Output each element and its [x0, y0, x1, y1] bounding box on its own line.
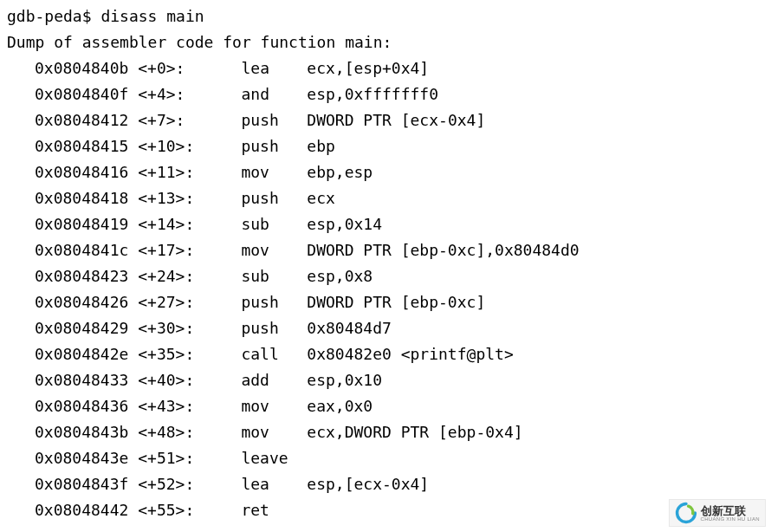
- asm-line: 0x0804843e <+51>: leave: [7, 445, 764, 471]
- asm-operands: ebp,esp: [307, 163, 373, 181]
- asm-line: 0x08048418 <+13>: push ecx: [7, 185, 764, 211]
- asm-operands: eax,0x0: [307, 397, 373, 415]
- asm-operands: esp,0x8: [307, 267, 373, 285]
- asm-operands: 0x80482e0 <printf@plt>: [307, 345, 513, 363]
- asm-line: 0x08048442 <+55>: ret: [7, 497, 764, 523]
- asm-offset: <+55>: [138, 501, 185, 519]
- asm-address: 0x08048429: [35, 319, 128, 337]
- asm-colon: :: [176, 59, 185, 77]
- asm-address: 0x08048442: [35, 501, 128, 519]
- asm-line: 0x0804840f <+4>: and esp,0xfffffff0: [7, 81, 764, 107]
- asm-mnemonic: mov: [241, 163, 269, 181]
- dump-header: Dump of assembler code for function main…: [7, 29, 764, 55]
- asm-line: 0x08048429 <+30>: push 0x80484d7: [7, 315, 764, 341]
- asm-address: 0x0804843b: [35, 423, 128, 441]
- asm-address: 0x08048436: [35, 397, 128, 415]
- asm-address: 0x0804842e: [35, 345, 128, 363]
- asm-address: 0x08048433: [35, 371, 128, 389]
- asm-line: 0x0804840b <+0>: lea ecx,[esp+0x4]: [7, 55, 764, 81]
- asm-address: 0x08048412: [35, 111, 128, 129]
- watermark-logo-icon: [675, 502, 697, 524]
- watermark-cn: 创新互联: [701, 505, 760, 516]
- asm-address: 0x08048415: [35, 137, 128, 155]
- command-text: disass main: [100, 7, 204, 25]
- disassembly-listing: 0x0804840b <+0>: lea ecx,[esp+0x4]0x0804…: [7, 55, 764, 523]
- asm-operands: ecx,[esp+0x4]: [307, 59, 429, 77]
- watermark-en: CHUANG XIN HU LIAN: [701, 516, 760, 522]
- asm-mnemonic: mov: [241, 423, 269, 441]
- asm-colon: :: [185, 501, 194, 519]
- asm-offset: <+48>: [138, 423, 185, 441]
- asm-colon: :: [185, 449, 194, 467]
- asm-offset: <+13>: [138, 189, 185, 207]
- asm-colon: :: [185, 267, 194, 285]
- asm-colon: :: [185, 163, 194, 181]
- asm-colon: :: [185, 345, 194, 363]
- asm-offset: <+43>: [138, 397, 185, 415]
- asm-line: 0x08048412 <+7>: push DWORD PTR [ecx-0x4…: [7, 107, 764, 133]
- asm-address: 0x0804841c: [35, 241, 128, 259]
- asm-line: 0x0804842e <+35>: call 0x80482e0 <printf…: [7, 341, 764, 367]
- asm-mnemonic: push: [241, 137, 278, 155]
- asm-mnemonic: mov: [241, 241, 269, 259]
- asm-colon: :: [185, 371, 194, 389]
- asm-mnemonic: call: [241, 345, 278, 363]
- asm-offset: <+10>: [138, 137, 185, 155]
- asm-mnemonic: mov: [241, 397, 269, 415]
- asm-mnemonic: leave: [241, 449, 288, 467]
- asm-offset: <+30>: [138, 319, 185, 337]
- asm-mnemonic: push: [241, 111, 278, 129]
- asm-colon: :: [185, 423, 194, 441]
- asm-line: 0x08048415 <+10>: push ebp: [7, 133, 764, 159]
- asm-line: 0x08048416 <+11>: mov ebp,esp: [7, 159, 764, 185]
- asm-colon: :: [185, 215, 194, 233]
- asm-address: 0x0804840f: [35, 85, 128, 103]
- asm-offset: <+52>: [138, 475, 185, 493]
- asm-colon: :: [185, 241, 194, 259]
- asm-operands: ebp: [307, 137, 335, 155]
- asm-colon: :: [176, 85, 185, 103]
- asm-line: 0x08048436 <+43>: mov eax,0x0: [7, 393, 764, 419]
- asm-address: 0x08048419: [35, 215, 128, 233]
- asm-line: 0x08048433 <+40>: add esp,0x10: [7, 367, 764, 393]
- asm-line: 0x0804841c <+17>: mov DWORD PTR [ebp-0xc…: [7, 237, 764, 263]
- asm-line: 0x08048426 <+27>: push DWORD PTR [ebp-0x…: [7, 289, 764, 315]
- asm-offset: <+51>: [138, 449, 185, 467]
- asm-offset: <+4>: [138, 85, 175, 103]
- asm-operands: esp,0xfffffff0: [307, 85, 438, 103]
- asm-offset: <+0>: [138, 59, 175, 77]
- asm-offset: <+24>: [138, 267, 185, 285]
- asm-mnemonic: and: [241, 85, 269, 103]
- asm-operands: esp,0x14: [307, 215, 382, 233]
- asm-offset: <+17>: [138, 241, 185, 259]
- asm-colon: :: [185, 293, 194, 311]
- asm-line: 0x08048419 <+14>: sub esp,0x14: [7, 211, 764, 237]
- asm-colon: :: [185, 397, 194, 415]
- asm-address: 0x08048426: [35, 293, 128, 311]
- gdb-prompt-line[interactable]: gdb-peda$ disass main: [7, 3, 764, 29]
- asm-operands: DWORD PTR [ecx-0x4]: [307, 111, 485, 129]
- asm-operands: esp,[ecx-0x4]: [307, 475, 429, 493]
- asm-line: 0x08048423 <+24>: sub esp,0x8: [7, 263, 764, 289]
- asm-address: 0x08048416: [35, 163, 128, 181]
- asm-mnemonic: sub: [241, 267, 269, 285]
- asm-line: 0x0804843f <+52>: lea esp,[ecx-0x4]: [7, 471, 764, 497]
- asm-line: 0x0804843b <+48>: mov ecx,DWORD PTR [ebp…: [7, 419, 764, 445]
- asm-offset: <+40>: [138, 371, 185, 389]
- asm-colon: :: [185, 319, 194, 337]
- asm-mnemonic: push: [241, 189, 278, 207]
- asm-operands: ecx,DWORD PTR [ebp-0x4]: [307, 423, 522, 441]
- asm-colon: :: [185, 189, 194, 207]
- asm-address: 0x0804843e: [35, 449, 128, 467]
- asm-colon: :: [185, 137, 194, 155]
- asm-colon: :: [176, 111, 185, 129]
- asm-offset: <+11>: [138, 163, 185, 181]
- asm-address: 0x0804843f: [35, 475, 128, 493]
- asm-operands: DWORD PTR [ebp-0xc]: [307, 293, 485, 311]
- asm-mnemonic: ret: [241, 501, 269, 519]
- asm-mnemonic: lea: [241, 59, 269, 77]
- asm-operands: ecx: [307, 189, 335, 207]
- asm-mnemonic: sub: [241, 215, 269, 233]
- asm-address: 0x0804840b: [35, 59, 128, 77]
- asm-offset: <+27>: [138, 293, 185, 311]
